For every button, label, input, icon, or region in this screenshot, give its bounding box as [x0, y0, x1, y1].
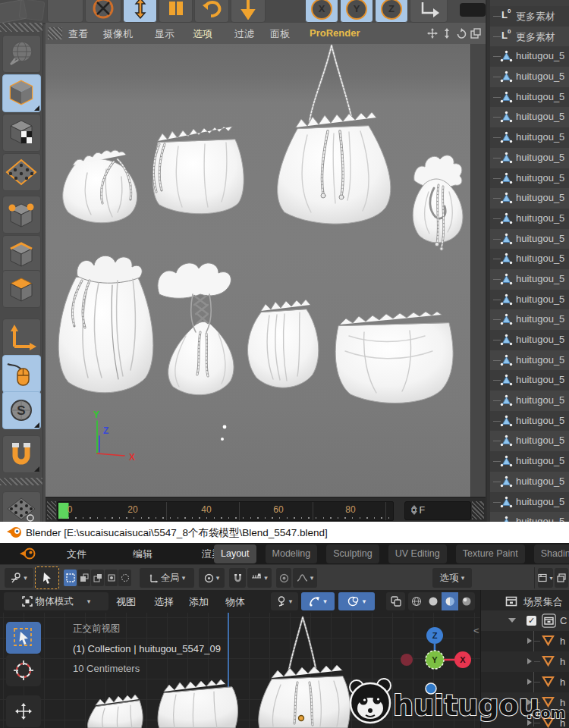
object-row-mesh[interactable]: huitugou_5 [490, 168, 569, 189]
menu-options[interactable]: 选项 [193, 27, 212, 41]
menu-object-3d[interactable]: 物体 [225, 595, 245, 609]
menu-filter[interactable]: 过滤 [234, 27, 254, 41]
bag-model-1[interactable] [63, 150, 137, 223]
transform-orientation-dropdown[interactable]: 全局 ▾ [140, 568, 194, 588]
c4d-pause-button[interactable] [159, 0, 193, 23]
tool-select-box-button[interactable] [6, 622, 41, 654]
xray-toggle[interactable] [386, 592, 405, 610]
bag-model-7[interactable] [248, 300, 319, 388]
menu-file[interactable]: 文件 [67, 548, 86, 561]
tab-sculpting[interactable]: Sculpting [326, 544, 379, 563]
tool-cursor-button[interactable] [6, 654, 41, 686]
object-row-mesh[interactable]: huitugou_5 [490, 492, 569, 513]
toolbar-grip[interactable] [0, 23, 42, 32]
tab-modeling[interactable]: Modeling [266, 544, 318, 563]
transform-pivot-dropdown[interactable]: ▾ [271, 592, 298, 610]
bag-model-8[interactable] [335, 312, 453, 403]
blender-menu-logo-icon[interactable] [20, 548, 36, 560]
shading-rendered-button[interactable] [458, 592, 475, 610]
proportional-falloff-dropdown[interactable]: ▾ [293, 568, 317, 588]
object-row-null[interactable]: L0 更多素材 [490, 6, 569, 27]
shading-wireframe-button[interactable] [408, 592, 425, 610]
menu-add-3d[interactable]: 添加 [189, 595, 209, 609]
object-row-mesh[interactable]: huitugou_5 [490, 370, 569, 391]
c4d-arrow-tool-button[interactable] [231, 0, 266, 23]
blender-window-titlebar[interactable]: Blender [E:\sucaisucaisucai\5547_8个布袋模型\… [0, 522, 569, 543]
blender-bag-2[interactable] [158, 679, 237, 728]
object-row-mesh[interactable]: huitugou_5 [490, 330, 569, 350]
c4d-simulate-button[interactable]: S [2, 391, 41, 429]
scene-dropdown[interactable]: ▾ [538, 568, 553, 588]
c4d-polygons-mode-button[interactable] [2, 270, 41, 308]
c4d-undo-button[interactable] [194, 0, 229, 23]
object-row-mesh[interactable]: huitugou_5 [490, 188, 569, 209]
navigation-gizmo[interactable]: Z X Y < [391, 622, 480, 676]
object-row-mesh[interactable]: huitugou_5 [490, 249, 569, 269]
outliner-scene-row[interactable]: 场景集合 [481, 592, 569, 612]
blender-bag-1[interactable] [87, 695, 143, 728]
timeline-ruler[interactable]: 0 20 40 60 80 [57, 501, 394, 521]
c4d-viewport-solo-button[interactable] [2, 355, 41, 393]
outliner-mesh-row[interactable]: h [481, 631, 569, 651]
object-row-mesh[interactable]: huitugou_5 [490, 229, 569, 249]
object-row-mesh[interactable]: huitugou_5 [490, 391, 569, 411]
c4d-texture-mode-button[interactable] [2, 114, 41, 152]
object-row-mesh[interactable]: huitugou_5 [490, 148, 569, 168]
object-row-mesh[interactable]: huitugou_5 [490, 127, 569, 148]
select-mode-extend[interactable] [77, 570, 90, 586]
expand-triangle-icon[interactable] [508, 618, 516, 623]
object-row-mesh[interactable]: huitugou_5 [490, 107, 569, 127]
tab-shading[interactable]: Shading [534, 544, 569, 563]
tab-uv-editing[interactable]: UV Editing [388, 544, 447, 563]
menu-prorender[interactable]: ProRender [310, 27, 360, 39]
blender-bag-3[interactable] [259, 617, 351, 728]
c4d-axis-x-lock-button[interactable]: X [305, 0, 338, 23]
menu-edit[interactable]: 编辑 [133, 548, 152, 561]
shading-solid-button[interactable] [425, 592, 442, 610]
timeline-grip[interactable] [47, 501, 56, 519]
select-box-tool-button[interactable] [35, 566, 59, 589]
frame-stepper[interactable] [411, 505, 467, 515]
tab-texture-paint[interactable]: Texture Paint [456, 544, 525, 563]
view-layer-dropdown[interactable] [555, 568, 568, 588]
object-row-mesh[interactable]: huitugou_5 [490, 67, 569, 87]
scene-null-point[interactable] [221, 438, 224, 441]
c4d-array-mode-button[interactable] [2, 153, 41, 191]
select-mode-intersect[interactable] [118, 570, 131, 586]
object-mode-dropdown[interactable]: 物体模式 ▾ [4, 592, 108, 610]
show-gizmo-dropdown[interactable]: ▾ [301, 592, 335, 610]
bag-model-6[interactable] [158, 263, 234, 395]
sidebar-collapse-chevron[interactable]: < [473, 625, 479, 636]
object-row-null[interactable]: L0 更多素材 [490, 27, 569, 47]
shading-material-button[interactable] [442, 592, 458, 610]
menu-view-3d[interactable]: 视图 [116, 595, 136, 609]
c4d-scale-tool-button[interactable] [85, 0, 121, 23]
c4d-tool-placeholder-button[interactable] [47, 0, 83, 23]
select-mode-invert[interactable] [105, 570, 118, 586]
show-overlays-dropdown[interactable]: ▾ [338, 592, 375, 610]
scene-null-point[interactable] [223, 425, 227, 429]
menu-panel[interactable]: 面板 [270, 27, 290, 41]
bag-model-5[interactable] [58, 256, 153, 393]
zoom-view-icon[interactable] [442, 28, 452, 39]
object-row-mesh[interactable]: huitugou_5 [490, 431, 569, 451]
toolbar-grip[interactable] [0, 478, 42, 485]
c4d-3d-viewport[interactable]: Y Z X [46, 44, 470, 497]
collection-checkbox[interactable]: ✓ [527, 616, 536, 626]
object-row-mesh[interactable]: huitugou_5 [490, 451, 569, 472]
bag-model-3[interactable] [278, 46, 391, 224]
pivot-point-dropdown[interactable]: ▾ [199, 568, 225, 588]
tool-options-dropdown[interactable]: 选项▾ [432, 568, 472, 588]
menu-select-3d[interactable]: 选择 [154, 595, 174, 609]
object-row-mesh[interactable]: huitugou_5 [490, 290, 569, 310]
c4d-coordinate-system-button[interactable] [410, 0, 448, 23]
menu-display[interactable]: 显示 [155, 27, 174, 41]
menubar-grip[interactable] [48, 27, 62, 39]
c4d-axis-y-lock-button[interactable]: Y [340, 0, 373, 23]
object-row-mesh[interactable]: huitugou_5 [490, 472, 569, 492]
object-row-mesh[interactable]: huitugou_5 [490, 46, 569, 67]
menu-camera[interactable]: 摄像机 [103, 27, 133, 41]
object-row-mesh[interactable]: huitugou_5 [490, 309, 569, 330]
c4d-points-mode-button[interactable] [2, 196, 41, 234]
c4d-edges-mode-button[interactable] [2, 235, 41, 273]
